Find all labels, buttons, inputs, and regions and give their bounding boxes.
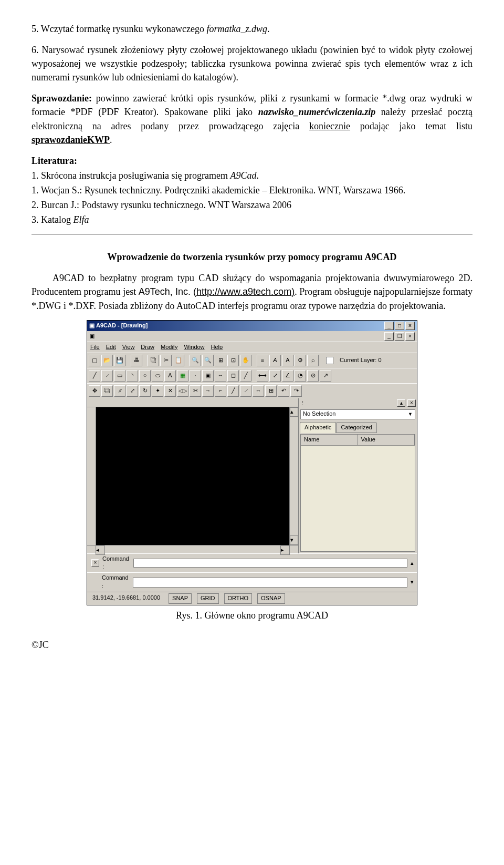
minimize-button[interactable]: _ bbox=[384, 322, 394, 330]
scroll-left-icon[interactable]: ◂ bbox=[96, 545, 105, 555]
command-row-1: × Command : ▴ bbox=[87, 553, 417, 573]
report-paragraph: Sprawozdanie: powinno zawierać krótki op… bbox=[32, 91, 472, 146]
dimlin-icon[interactable]: ⟷ bbox=[257, 370, 268, 382]
text-icon[interactable]: A bbox=[282, 355, 293, 366]
osnap-toggle[interactable]: OSNAP bbox=[257, 593, 285, 604]
arc-icon[interactable]: ◝ bbox=[127, 370, 138, 382]
layer-swatch[interactable] bbox=[326, 357, 333, 364]
dimalgn-icon[interactable]: ⤢ bbox=[269, 370, 281, 382]
toolbar-modify: ✥ ⿻ ⫽ ⤢ ↻ ✦ ✕ ◁▷ ✂ → ⌐ ╱ ⟋ ↔ ⊞ ↶ ↷ bbox=[87, 383, 417, 398]
child-close-button[interactable]: × bbox=[405, 332, 415, 341]
undo-icon[interactable]: ↶ bbox=[278, 385, 289, 397]
rect-icon[interactable]: ▭ bbox=[114, 370, 125, 382]
settings-icon[interactable]: ⚙ bbox=[295, 355, 306, 366]
extend-icon[interactable]: → bbox=[202, 385, 214, 397]
command-input[interactable] bbox=[133, 578, 407, 588]
scrollbar-vertical[interactable]: ▴ ▾ bbox=[289, 407, 298, 545]
copy2-icon[interactable]: ⿻ bbox=[101, 385, 113, 397]
copy-icon[interactable]: ⿻ bbox=[148, 355, 159, 366]
pan-icon[interactable]: ✋ bbox=[240, 355, 251, 366]
redo-icon[interactable]: ↷ bbox=[290, 385, 302, 397]
break-icon[interactable]: ╱ bbox=[227, 385, 239, 397]
leader-icon[interactable]: ↗ bbox=[320, 370, 331, 382]
tab-alphabetic[interactable]: Alphabetic bbox=[300, 422, 336, 434]
scale-icon[interactable]: ⤢ bbox=[127, 385, 138, 397]
figure-caption: Rys. 1. Główne okno programu A9CAD bbox=[32, 609, 472, 622]
tab-categorized[interactable]: Categorized bbox=[336, 422, 376, 434]
save-icon[interactable]: 💾 bbox=[114, 355, 125, 366]
maximize-button[interactable]: □ bbox=[395, 322, 404, 330]
menu-modify[interactable]: Modify bbox=[161, 343, 177, 352]
menu-view[interactable]: View bbox=[122, 343, 135, 352]
circle-icon[interactable]: ○ bbox=[139, 370, 151, 382]
dim-icon[interactable]: ↔ bbox=[215, 370, 226, 382]
offset-icon[interactable]: ⫽ bbox=[114, 385, 125, 397]
zoom-in-icon[interactable]: 🔍 bbox=[190, 355, 201, 366]
fillet-icon[interactable]: ⌐ bbox=[215, 385, 226, 397]
paste-icon[interactable]: 📋 bbox=[173, 355, 184, 366]
scroll-right-icon[interactable]: ▸ bbox=[280, 545, 290, 555]
ortho-toggle[interactable]: ORTHO bbox=[224, 593, 253, 604]
child-minimize-button[interactable]: _ bbox=[384, 332, 394, 341]
scroll-down-icon[interactable]: ▾ bbox=[290, 536, 298, 545]
hatch-icon[interactable]: ▦ bbox=[177, 370, 188, 382]
text2-icon[interactable]: A bbox=[164, 370, 176, 382]
trim-icon[interactable]: ✂ bbox=[190, 385, 201, 397]
close-button[interactable]: × bbox=[405, 322, 415, 330]
explode-icon[interactable]: ✦ bbox=[152, 385, 163, 397]
scroll-up2-icon[interactable]: ▴ bbox=[411, 559, 414, 568]
snap-toggle[interactable]: SNAP bbox=[169, 593, 192, 604]
cmd-label-2: Command : bbox=[102, 574, 130, 591]
coords-display: 31.9142, -19.6681, 0.0000 bbox=[89, 593, 163, 604]
layers-icon[interactable]: ≡ bbox=[257, 355, 268, 366]
new-icon[interactable]: ▢ bbox=[89, 355, 100, 366]
dimang-icon[interactable]: ∠ bbox=[282, 370, 293, 382]
stretch-icon[interactable]: ↔ bbox=[253, 385, 264, 397]
drawing-canvas[interactable] bbox=[96, 407, 289, 545]
line-icon[interactable]: ╱ bbox=[89, 370, 100, 382]
child-restore-button[interactable]: ❐ bbox=[395, 332, 404, 341]
intro-paragraph: A9CAD to bezpłatny program typu CAD służ… bbox=[32, 271, 472, 312]
command-history[interactable] bbox=[133, 559, 407, 568]
zoom-extents-icon[interactable]: ⊡ bbox=[227, 355, 239, 366]
join-icon[interactable]: ⟋ bbox=[240, 385, 251, 397]
menu-help[interactable]: Help bbox=[211, 343, 223, 352]
cmd-close-icon[interactable]: × bbox=[91, 559, 99, 567]
scrollbar-horizontal[interactable]: ◂ ▸ bbox=[96, 545, 290, 553]
menu-window[interactable]: Window bbox=[184, 343, 204, 352]
polyline-icon[interactable]: ⟋ bbox=[101, 370, 113, 382]
move-icon[interactable]: ✥ bbox=[89, 385, 100, 397]
panel-up-icon[interactable]: ▴ bbox=[397, 399, 405, 407]
scroll-down2-icon[interactable]: ▾ bbox=[411, 578, 414, 586]
image-icon[interactable]: ▣ bbox=[202, 370, 214, 382]
lit-3: 2. Burcan J.: Podstawy rysunku techniczn… bbox=[32, 198, 472, 212]
lit-4: 3. Katalog Elfa bbox=[32, 213, 472, 226]
app-icon: ▣ bbox=[89, 322, 94, 330]
rotate-icon[interactable]: ↻ bbox=[139, 385, 151, 397]
dimrad-icon[interactable]: ◔ bbox=[295, 370, 306, 382]
menu-edit[interactable]: Edit bbox=[106, 343, 116, 352]
ellipse-icon[interactable]: ⬭ bbox=[152, 370, 163, 382]
cut-icon[interactable]: ✂ bbox=[160, 355, 172, 366]
block-icon[interactable]: ◻ bbox=[227, 370, 239, 382]
grid-toggle[interactable]: GRID bbox=[197, 593, 219, 604]
zoom-window-icon[interactable]: ⊞ bbox=[215, 355, 226, 366]
menu-file[interactable]: File bbox=[90, 343, 100, 352]
panel-close-icon[interactable]: × bbox=[407, 399, 416, 407]
erase-icon[interactable]: ✕ bbox=[164, 385, 176, 397]
print-icon[interactable]: 🖶 bbox=[131, 355, 142, 366]
menu-draw[interactable]: Draw bbox=[141, 343, 154, 352]
point-icon[interactable]: · bbox=[190, 370, 201, 382]
cad-window: ▣ A9CAD - [Drawing] _ □ × ▣ _ ❐ × File E… bbox=[87, 320, 417, 606]
panel-grip-icon[interactable]: ⋮ bbox=[300, 399, 308, 407]
find-icon[interactable]: ⌕ bbox=[307, 355, 319, 366]
dimdia-icon[interactable]: ⊘ bbox=[307, 370, 319, 382]
open-icon[interactable]: 📂 bbox=[101, 355, 113, 366]
text-style-icon[interactable]: A bbox=[269, 355, 281, 366]
zoom-out-icon[interactable]: 🔍 bbox=[202, 355, 214, 366]
scroll-up-icon[interactable]: ▴ bbox=[290, 407, 298, 417]
selection-dropdown[interactable]: No Selection ▼ bbox=[300, 409, 415, 419]
array-icon[interactable]: ⊞ bbox=[265, 385, 277, 397]
dim2-icon[interactable]: ╱ bbox=[240, 370, 251, 382]
mirror-icon[interactable]: ◁▷ bbox=[177, 385, 188, 397]
